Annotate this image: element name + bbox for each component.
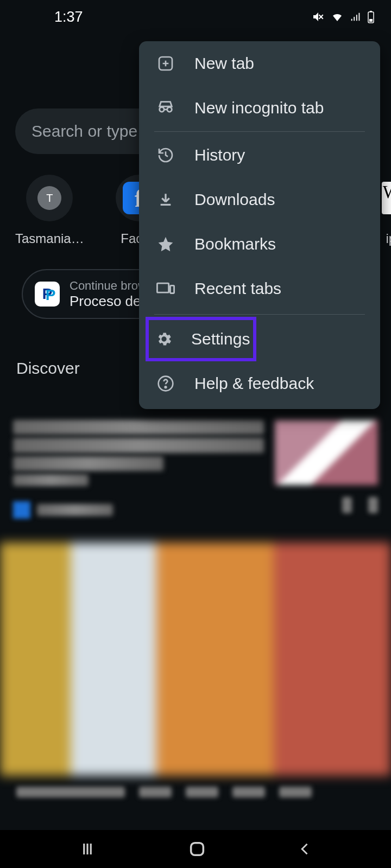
- menu-label: Bookmarks: [194, 235, 276, 253]
- svg-rect-2: [370, 11, 372, 12]
- svg-rect-8: [191, 843, 204, 856]
- obscured-source-icon: [13, 501, 30, 519]
- feed-card[interactable]: [0, 412, 391, 526]
- recent-tabs-icon: [155, 280, 176, 297]
- battery-icon: [367, 10, 375, 23]
- quick-link-label: ip: [386, 231, 391, 246]
- obscured-icon: [368, 497, 378, 513]
- obscured-text: [139, 787, 172, 797]
- menu-item-recent-tabs[interactable]: Recent tabs: [139, 266, 380, 311]
- menu-item-bookmarks[interactable]: Bookmarks: [139, 222, 380, 266]
- menu-item-settings[interactable]: Settings: [147, 318, 255, 360]
- quick-link-label: Tasmania…: [15, 231, 84, 246]
- mute-icon: [312, 10, 325, 23]
- obscured-text: [186, 787, 218, 797]
- obscured-text: [13, 438, 264, 452]
- status-time: 1:37: [54, 9, 83, 25]
- menu-label: New incognito tab: [194, 99, 324, 117]
- svg-point-7: [165, 386, 167, 388]
- status-bar: 1:37: [0, 0, 391, 34]
- letter-avatar: T: [37, 186, 61, 210]
- obscured-icon: [342, 497, 352, 513]
- svg-rect-5: [171, 285, 174, 293]
- back-button[interactable]: [298, 841, 313, 857]
- menu-label: New tab: [194, 54, 254, 73]
- android-nav-bar: [0, 830, 391, 868]
- menu-label: Help & feedback: [194, 374, 314, 393]
- paypal-icon: P: [35, 282, 60, 307]
- obscured-text: [232, 787, 265, 797]
- downloads-icon: [155, 191, 176, 208]
- signal-icon: [350, 11, 362, 23]
- gear-icon: [155, 330, 173, 348]
- discover-feed[interactable]: [0, 412, 391, 802]
- obscured-text: [13, 474, 89, 486]
- menu-label: History: [194, 146, 245, 164]
- new-tab-icon: [155, 55, 176, 72]
- menu-item-new-tab[interactable]: New tab: [139, 41, 380, 86]
- bookmarks-icon: [155, 235, 176, 253]
- menu-separator: [154, 314, 365, 315]
- obscured-text: [13, 456, 163, 471]
- obscured-thumbnail: [275, 420, 378, 485]
- status-icons: [312, 10, 375, 23]
- menu-item-incognito[interactable]: New incognito tab: [139, 86, 380, 130]
- svg-rect-1: [369, 19, 373, 22]
- home-button[interactable]: [188, 840, 206, 858]
- overflow-menu: New tab New incognito tab History Downlo…: [139, 41, 380, 409]
- menu-item-history[interactable]: History: [139, 133, 380, 177]
- quick-link-avatar: T: [26, 175, 73, 221]
- obscured-text: [13, 420, 264, 435]
- quick-link-tasmania[interactable]: T Tasmania…: [15, 175, 84, 246]
- recents-button[interactable]: [78, 841, 97, 857]
- menu-separator: [154, 131, 365, 132]
- help-icon: [155, 375, 176, 392]
- wifi-icon: [330, 10, 344, 23]
- menu-label: Downloads: [194, 190, 275, 209]
- menu-label: Settings: [191, 330, 250, 348]
- obscured-text: [37, 504, 113, 516]
- obscured-text: [279, 787, 312, 797]
- obscured-text: [16, 787, 125, 797]
- feed-card-image[interactable]: [0, 542, 391, 776]
- menu-label: Recent tabs: [194, 279, 281, 298]
- wikipedia-icon: W: [382, 182, 391, 214]
- menu-item-downloads[interactable]: Downloads: [139, 177, 380, 222]
- svg-rect-4: [157, 283, 168, 292]
- discover-heading: Discover: [16, 359, 80, 378]
- history-icon: [155, 146, 176, 164]
- menu-item-help[interactable]: Help & feedback: [139, 361, 380, 406]
- feed-card-footer: [0, 787, 391, 802]
- incognito-icon: [155, 99, 176, 117]
